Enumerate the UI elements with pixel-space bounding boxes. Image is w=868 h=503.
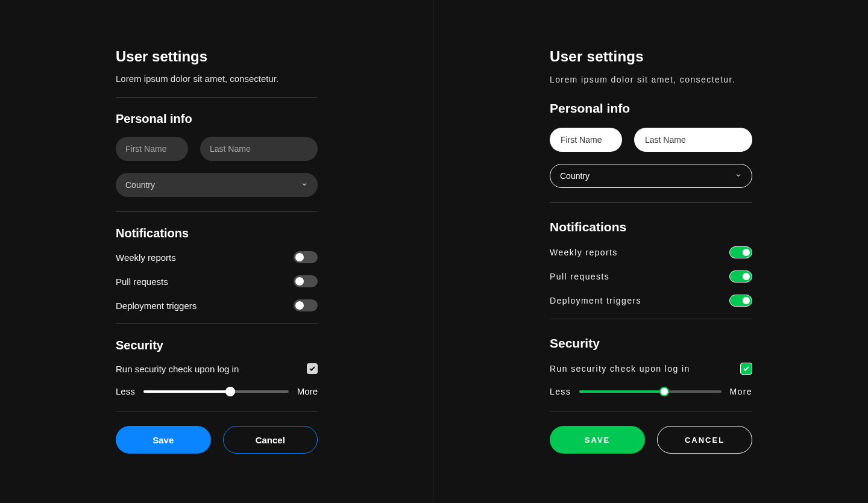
country-select-label: Country (560, 171, 590, 181)
slider-max-label: More (297, 386, 318, 396)
section-heading-personal: Personal info (550, 101, 752, 116)
security-level-slider[interactable] (143, 390, 289, 393)
security-check-row: Run security check upon log in (116, 363, 318, 374)
section-heading-security: Security (550, 336, 752, 351)
security-check-label: Run security check upon log in (550, 364, 690, 373)
section-heading-notifications: Notifications (550, 220, 752, 234)
country-select-label: Country (125, 180, 155, 190)
notification-label: Deployment triggers (550, 296, 641, 305)
section-heading-personal: Personal info (116, 112, 318, 126)
settings-panel-variant-a: User settings Lorem ipsum dolor sit amet… (0, 0, 434, 503)
slider-fill (579, 390, 664, 393)
action-buttons: Save Cancel (116, 426, 318, 454)
action-buttons: SAVE CANCEL (550, 426, 752, 454)
save-button[interactable]: Save (116, 426, 211, 454)
country-select[interactable]: Country (550, 164, 752, 188)
divider (116, 211, 318, 212)
chevron-down-icon (735, 171, 742, 181)
slider-min-label: Less (116, 386, 135, 396)
notification-label: Weekly reports (550, 248, 618, 257)
security-check-row: Run security check upon log in (550, 363, 752, 375)
security-check-checkbox[interactable] (740, 363, 752, 375)
check-icon (743, 365, 750, 372)
page-title: User settings (550, 48, 752, 65)
pull-requests-toggle[interactable] (729, 270, 752, 283)
chevron-down-icon (301, 180, 308, 190)
notification-row: Weekly reports (550, 246, 752, 258)
notification-row: Deployment triggers (550, 295, 752, 307)
deployment-triggers-toggle[interactable] (294, 299, 318, 311)
slider-fill (143, 390, 231, 393)
first-name-input[interactable] (116, 137, 188, 161)
security-check-label: Run security check upon log in (116, 364, 239, 374)
notification-label: Deployment triggers (116, 301, 197, 311)
divider (116, 97, 318, 98)
name-row (116, 137, 318, 161)
save-button[interactable]: SAVE (550, 426, 645, 454)
security-check-checkbox[interactable] (307, 363, 318, 374)
security-slider-row: Less More (116, 386, 318, 396)
weekly-reports-toggle[interactable] (729, 246, 752, 258)
country-select[interactable]: Country (116, 173, 318, 197)
slider-max-label: More (730, 387, 753, 396)
page-subtitle: Lorem ipsum dolor sit amet, consectetur. (116, 73, 318, 84)
name-row (550, 128, 752, 152)
cancel-button[interactable]: Cancel (223, 426, 318, 454)
last-name-input[interactable] (634, 128, 752, 152)
notification-label: Pull requests (550, 272, 609, 281)
weekly-reports-toggle[interactable] (294, 251, 318, 263)
deployment-triggers-toggle[interactable] (729, 295, 752, 307)
divider (550, 202, 752, 203)
security-level-slider[interactable] (579, 390, 721, 393)
notification-label: Weekly reports (116, 252, 176, 263)
divider (116, 411, 318, 411)
slider-thumb[interactable] (225, 387, 235, 396)
notification-label: Pull requests (116, 276, 168, 287)
notification-row: Pull requests (116, 275, 318, 287)
page-title: User settings (116, 48, 318, 65)
page-subtitle: Lorem ipsum dolor sit amet, consectetur. (550, 75, 752, 84)
slider-thumb[interactable] (659, 387, 669, 396)
section-heading-security: Security (116, 339, 318, 352)
notification-row: Weekly reports (116, 251, 318, 263)
check-icon (309, 365, 316, 372)
divider (116, 323, 318, 324)
divider (550, 411, 752, 411)
divider (550, 319, 752, 319)
security-slider-row: Less More (550, 387, 752, 396)
notification-row: Pull requests (550, 270, 752, 283)
cancel-button[interactable]: CANCEL (657, 426, 752, 454)
pull-requests-toggle[interactable] (294, 275, 318, 287)
slider-min-label: Less (550, 387, 571, 396)
first-name-input[interactable] (550, 128, 622, 152)
settings-panel-variant-b: User settings Lorem ipsum dolor sit amet… (434, 0, 868, 503)
last-name-input[interactable] (200, 137, 318, 161)
notification-row: Deployment triggers (116, 299, 318, 311)
section-heading-notifications: Notifications (116, 227, 318, 240)
